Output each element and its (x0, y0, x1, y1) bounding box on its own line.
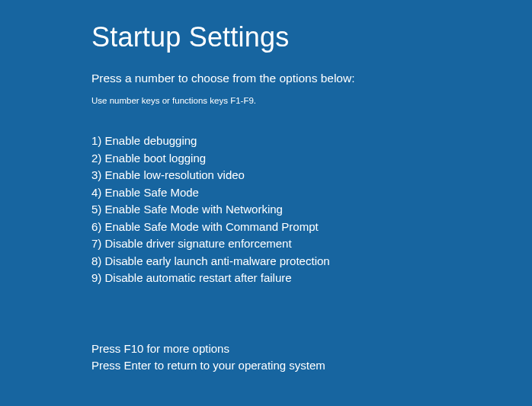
instruction-text: Press a number to choose from the option… (91, 72, 532, 85)
option-item[interactable]: 2) Enable boot logging (91, 150, 532, 168)
option-item[interactable]: 9) Disable automatic restart after failu… (91, 270, 532, 287)
hint-text: Use number keys or functions keys F1-F9. (91, 96, 532, 105)
option-item[interactable]: 3) Enable low-resolution video (91, 167, 532, 184)
option-item[interactable]: 7) Disable driver signature enforcement (91, 235, 532, 253)
option-item[interactable]: 4) Enable Safe Mode (91, 184, 532, 202)
option-item[interactable]: 1) Enable debugging (91, 133, 532, 150)
return-os-text: Press Enter to return to your operating … (91, 357, 532, 374)
more-options-text: Press F10 for more options (91, 340, 532, 357)
option-item[interactable]: 6) Enable Safe Mode with Command Prompt (91, 219, 532, 236)
page-title: Startup Settings (91, 21, 532, 53)
option-item[interactable]: 5) Enable Safe Mode with Networking (91, 201, 532, 219)
option-item[interactable]: 8) Disable early launch anti-malware pro… (91, 253, 532, 270)
options-list: 1) Enable debugging 2) Enable boot loggi… (91, 133, 532, 287)
